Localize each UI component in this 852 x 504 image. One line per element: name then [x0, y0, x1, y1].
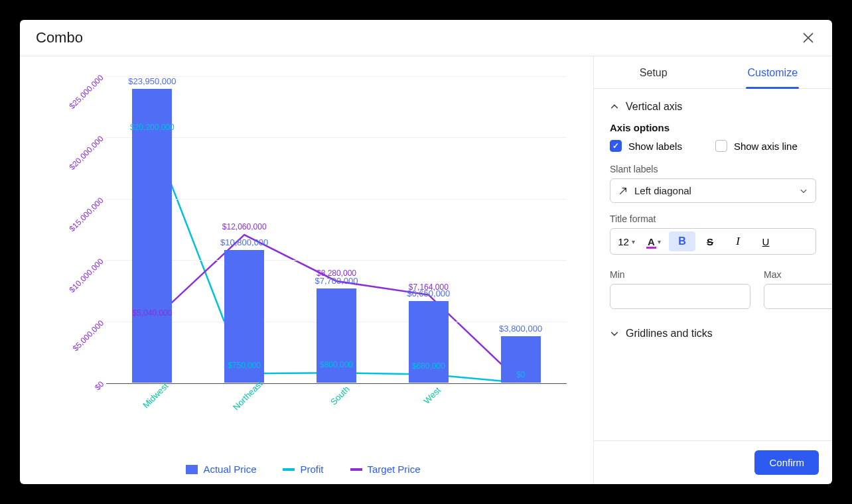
line-value-label: $750,000 [228, 361, 261, 370]
close-button[interactable] [800, 30, 816, 46]
confirm-button[interactable]: Confirm [754, 450, 819, 475]
chevron-down-icon: ▾ [632, 238, 635, 245]
bar-value-label: $3,800,000 [499, 324, 542, 334]
customize-panel: Vertical axis Axis options Show labels S… [594, 89, 832, 440]
bar[interactable]: $23,950,000 [132, 89, 172, 383]
y-tick-label: $20,000,000 [68, 134, 106, 172]
legend: Actual Price Profit Target Price [33, 457, 573, 477]
modal-header: Combo [20, 20, 832, 56]
legend-swatch-line-icon [283, 468, 295, 471]
line-value-label: $680,000 [412, 361, 445, 371]
modal-title: Combo [36, 29, 83, 46]
checkbox-label: Show axis line [734, 141, 798, 152]
bold-button[interactable]: B [669, 231, 695, 251]
y-tick-label: $15,000,000 [68, 196, 106, 233]
checkbox-show-axis-line[interactable]: Show axis line [715, 140, 798, 152]
chart-config-modal: Combo $0$5,000,000$10,000,000$15,000,000… [20, 20, 832, 484]
legend-label: Actual Price [203, 464, 256, 475]
italic-icon: I [736, 235, 740, 248]
slant-labels-select[interactable]: Left diagonal [610, 178, 816, 203]
strikethrough-icon: S [707, 236, 713, 247]
x-category-label: South [328, 384, 352, 407]
min-label: Min [610, 269, 750, 280]
tab-customize[interactable]: Customize [713, 56, 833, 88]
gridline [106, 383, 567, 383]
section-gridlines-header[interactable]: Gridlines and ticks [610, 328, 816, 340]
y-tick-label: $0 [93, 379, 106, 392]
line-value-label: $12,060,000 [222, 222, 267, 231]
chevron-down-icon [610, 329, 619, 338]
min-max-row: Min Max [610, 264, 816, 309]
y-tick-label: $10,000,000 [68, 257, 106, 294]
x-category-label: West [421, 385, 442, 406]
font-color-button[interactable]: A ▾ [641, 231, 668, 251]
select-value: Left diagonal [634, 185, 691, 196]
modal-body: $0$5,000,000$10,000,000$15,000,000$20,00… [20, 56, 832, 484]
underline-icon: U [762, 236, 770, 247]
italic-button[interactable]: I [725, 231, 751, 251]
section-vertical-axis-header[interactable]: Vertical axis [610, 101, 816, 113]
title-format-toolbar: 12 ▾ A ▾ B S I [610, 228, 816, 255]
checkbox-icon [610, 140, 622, 152]
line-value-label: $5,040,000 [132, 308, 172, 318]
y-tick-label: $25,000,000 [68, 73, 106, 111]
x-category-label: Midwest [141, 381, 171, 410]
strikethrough-button[interactable]: S [697, 231, 723, 251]
customize-side-pane: Setup Customize Vertical axis Axis optio… [593, 56, 832, 484]
axis-options-subheading: Axis options [610, 122, 816, 133]
legend-item-profit[interactable]: Profit [283, 464, 323, 475]
bar-value-label: $10,800,000 [220, 237, 268, 247]
close-icon [801, 31, 816, 45]
chart-preview-pane: $0$5,000,000$10,000,000$15,000,000$20,00… [20, 56, 593, 484]
tabs: Setup Customize [594, 56, 832, 89]
line-value-label: $7,164,000 [409, 283, 449, 292]
max-label: Max [764, 269, 832, 280]
bar-value-label: $23,950,000 [128, 76, 176, 86]
font-size-value: 12 [618, 236, 629, 247]
gridline [106, 199, 567, 200]
y-tick-label: $5,000,000 [71, 318, 106, 353]
min-input[interactable] [610, 284, 750, 309]
plot-region: $0$5,000,000$10,000,000$15,000,000$20,00… [106, 76, 567, 384]
chevron-down-icon: ▾ [658, 238, 661, 245]
bold-icon: B [678, 235, 686, 247]
slant-labels-label: Slant labels [610, 164, 816, 174]
legend-label: Target Price [368, 464, 421, 475]
legend-label: Profit [300, 464, 323, 475]
checkbox-icon [715, 140, 727, 152]
underline-button[interactable]: U [752, 231, 779, 251]
chevron-down-icon [800, 187, 808, 195]
chart-area: $0$5,000,000$10,000,000$15,000,000$20,00… [33, 70, 573, 457]
side-pane-footer: Confirm [594, 440, 832, 484]
tab-setup[interactable]: Setup [594, 56, 713, 88]
title-format-label: Title format [610, 214, 816, 224]
section-title: Vertical axis [626, 101, 682, 113]
font-size-select[interactable]: 12 ▾ [613, 231, 640, 251]
arrow-diagonal-icon [618, 186, 628, 196]
gridline [106, 137, 567, 138]
line-value-label: $800,000 [320, 360, 353, 369]
legend-swatch-line-icon [350, 468, 362, 471]
checkbox-label: Show labels [628, 141, 682, 152]
line-value-label: $8,280,000 [317, 269, 356, 278]
legend-swatch-bar-icon [186, 465, 198, 474]
line-value-label: $0 [516, 370, 525, 379]
line-value-label: $20,200,000 [130, 123, 175, 132]
font-color-icon: A [648, 236, 655, 247]
max-input[interactable] [764, 284, 832, 309]
section-title: Gridlines and ticks [626, 328, 713, 340]
gridline [106, 260, 567, 261]
legend-item-target[interactable]: Target Price [350, 464, 421, 475]
axis-options-row: Show labels Show axis line [610, 140, 816, 152]
legend-item-actual[interactable]: Actual Price [186, 464, 256, 475]
x-category-label: Northeast [231, 379, 264, 412]
checkbox-show-labels[interactable]: Show labels [610, 140, 682, 152]
chevron-up-icon [610, 102, 619, 111]
